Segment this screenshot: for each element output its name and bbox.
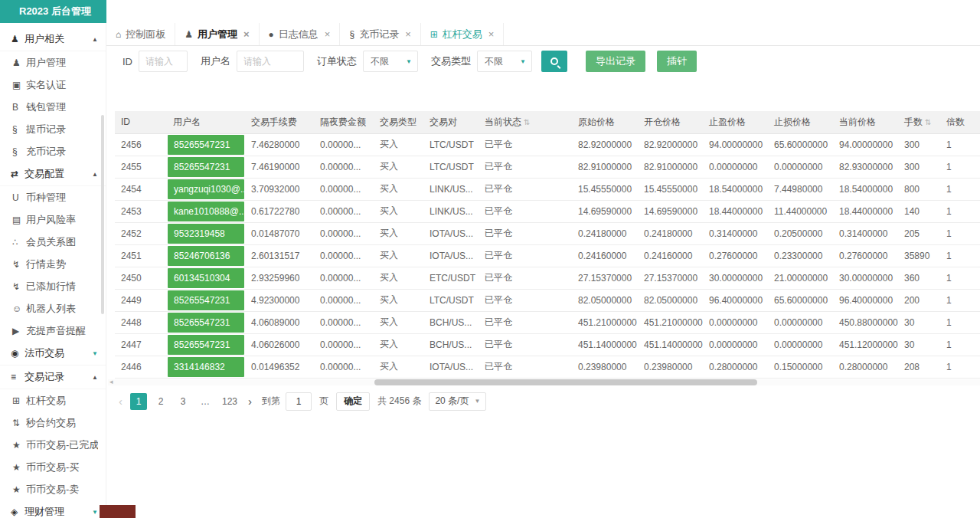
sidebar-item-added-markets[interactable]: ↯已添加行情	[0, 275, 106, 297]
export-button[interactable]: 导出记录	[586, 51, 645, 72]
sidebar-scrollbar[interactable]	[101, 115, 104, 314]
pin-button[interactable]: 插针	[657, 51, 697, 72]
sidebar-item-added-markets-label: 已添加行情	[26, 280, 98, 293]
horizontal-scrollbar[interactable]: ◂	[108, 379, 980, 385]
username-filter-input[interactable]	[237, 51, 304, 72]
username-badge[interactable]: 85265547231	[168, 290, 244, 310]
tab-deposit-records[interactable]: §充币记录×	[340, 23, 420, 45]
sidebar-item-user-management[interactable]: ♟用户管理	[0, 51, 106, 74]
cell-take_profit_price: 18.44000000	[703, 200, 768, 222]
username-badge[interactable]: 85265547231	[168, 135, 244, 155]
sidebar-item-seconds-contract[interactable]: ⇅秒合约交易	[0, 411, 106, 434]
username-badge[interactable]: kane1010888@...	[168, 202, 244, 221]
sidebar-item-coin-management[interactable]: U币种管理	[0, 186, 106, 208]
cell-multiple: 1	[940, 133, 980, 156]
sidebar-group-user-related[interactable]: ♟用户相关▲	[0, 28, 106, 51]
cell-current_price: 96.40000000	[833, 289, 898, 311]
tab-dashboard[interactable]: ⌂控制面板	[106, 23, 175, 45]
grid-icon: ⊞	[430, 29, 438, 40]
sidebar-item-robot-list[interactable]: ☺机器人列表	[0, 297, 106, 320]
username-badge[interactable]: 9532319458	[168, 224, 244, 244]
sidebar-item-deposit-records[interactable]: §充币记录	[0, 140, 106, 162]
cell-status: 已平仓	[479, 356, 572, 378]
trade-type-select[interactable]: 不限 ▼	[477, 51, 532, 72]
sidebar-group-trade-config[interactable]: ⇄交易配置▲	[0, 162, 106, 186]
tab-user-management[interactable]: ♟用户管理×	[175, 23, 259, 45]
sort-icon[interactable]: ⇅	[524, 118, 530, 126]
sidebar-item-member-relation[interactable]: ∴会员关系图	[0, 231, 106, 253]
sidebar-item-coin-trade-buy[interactable]: ★币币交易-买	[0, 456, 106, 478]
username-badge[interactable]: 3314146832	[168, 357, 244, 377]
confirm-page-button[interactable]: 确定	[336, 392, 370, 411]
sort-icon[interactable]: ⇅	[925, 118, 931, 126]
username-badge[interactable]: 60134510304	[168, 268, 244, 288]
sidebar-item-coin-trade-done[interactable]: ★币币交易-已完成	[0, 434, 106, 456]
username-badge[interactable]: 85246706136	[168, 246, 244, 266]
sidebar-item-market-trend[interactable]: ↯行情走势	[0, 253, 106, 275]
data-table: ID用户名交易手续费隔夜费金额交易类型交易对当前状态⇅原始价格开仓价格止盈价格止…	[115, 111, 980, 379]
next-page-button[interactable]: ›	[246, 395, 254, 408]
username-badge[interactable]: 85265547231	[168, 335, 244, 355]
star-icon: ★	[12, 440, 26, 451]
column-header-status[interactable]: 当前状态⇅	[479, 111, 572, 133]
sidebar-item-real-name-auth[interactable]: ▣实名认证	[0, 74, 106, 96]
page-size-select[interactable]: 20 条/页 ▼	[429, 392, 486, 411]
cell-trade_type: 买入	[374, 289, 423, 311]
sidebar-item-leverage-trade[interactable]: ⊞杠杆交易	[0, 389, 106, 411]
sidebar-item-wallet-management[interactable]: B钱包管理	[0, 96, 106, 118]
cell-lots: 30	[898, 311, 940, 333]
id-filter-input[interactable]	[139, 51, 188, 72]
sidebar-item-coin-trade-sell[interactable]: ★币币交易-卖	[0, 478, 106, 500]
cell-fee: 7.46280000	[245, 133, 314, 156]
table-header-row: ID用户名交易手续费隔夜费金额交易类型交易对当前状态⇅原始价格开仓价格止盈价格止…	[115, 111, 980, 133]
sidebar-group-finance[interactable]: ◈理财管理▼	[0, 500, 106, 518]
tab-log-info[interactable]: ●日志信息×	[260, 23, 341, 45]
play-icon: ▶	[12, 326, 26, 336]
order-status-select[interactable]: 不限 ▼	[363, 51, 418, 72]
log-icon: ●	[269, 29, 274, 40]
cell-trade_type: 买入	[374, 244, 423, 267]
cell-current_price: 0.31400000	[833, 222, 898, 244]
column-label: 当前价格	[839, 116, 876, 127]
column-header-stop_loss_price: 止损价格	[768, 111, 833, 133]
close-icon[interactable]: ×	[243, 28, 250, 40]
column-label: 止盈价格	[709, 116, 746, 127]
cell-status: 已平仓	[479, 178, 572, 200]
sidebar-item-sound-alert[interactable]: ▶充提声音提醒	[0, 320, 106, 342]
username-badge[interactable]: 85265547231	[168, 313, 244, 333]
close-icon[interactable]: ×	[488, 28, 495, 40]
cell-current_price: 0.28000000	[833, 356, 898, 378]
scrollbar-thumb[interactable]	[374, 379, 757, 385]
page-button-123[interactable]: 123	[219, 393, 240, 410]
sidebar-group-trade-records[interactable]: ≡交易记录▲	[0, 366, 106, 389]
id-filter-label: ID	[122, 56, 132, 67]
cell-overnight_fee: 0.00000...	[314, 333, 374, 356]
page-button-1[interactable]: 1	[130, 393, 147, 410]
sidebar-group-fiat-trade[interactable]: ◉法币交易▼	[0, 342, 106, 366]
username-badge[interactable]: yangzuqi1030@...	[168, 179, 244, 199]
sidebar-item-withdraw-records[interactable]: §提币记录	[0, 118, 106, 140]
sidebar-item-coin-management-label: 币种管理	[26, 191, 98, 205]
page-button-2[interactable]: 2	[152, 393, 169, 410]
cell-current_price: 30.00000000	[833, 267, 898, 289]
username-badge[interactable]: 85265547231	[168, 157, 244, 177]
cell-lots: 300	[898, 133, 940, 156]
users-icon: ♟	[12, 57, 26, 68]
cell-overnight_fee: 0.00000...	[314, 200, 374, 222]
column-header-lots[interactable]: 手数⇅	[898, 111, 940, 133]
cell-lots: 35890	[898, 244, 940, 267]
table-row: 2449852655472314.923000000.00000...买入LTC…	[115, 289, 980, 311]
goto-page-input[interactable]	[286, 392, 312, 411]
search-button[interactable]	[541, 51, 567, 72]
close-icon[interactable]: ×	[405, 28, 411, 40]
cell-status: 已平仓	[479, 133, 572, 156]
sidebar-item-user-risk-rate[interactable]: ▤用户风险率	[0, 208, 106, 231]
cell-multiple: 1	[940, 244, 980, 267]
prev-page-button[interactable]: ‹	[116, 395, 125, 408]
close-icon[interactable]: ×	[325, 28, 331, 40]
cell-status: 已平仓	[479, 156, 572, 178]
cell-username: 85265547231	[167, 133, 245, 156]
scroll-left-icon[interactable]: ◂	[109, 378, 113, 385]
tab-leverage-trade[interactable]: ⊞杠杆交易×	[421, 23, 505, 45]
page-button-3[interactable]: 3	[175, 393, 191, 410]
